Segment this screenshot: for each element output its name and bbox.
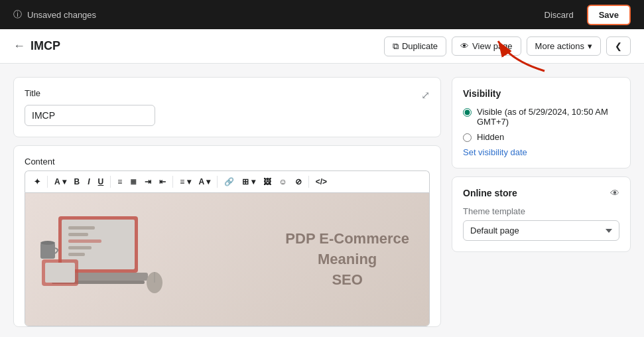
more-actions-label: More actions (535, 41, 584, 51)
svg-rect-6 (68, 246, 92, 249)
title-field-row: Title ⤢ (25, 88, 430, 102)
visibility-title: Visibility (463, 88, 619, 99)
online-store-title: Online store (463, 188, 517, 198)
back-button[interactable]: ← (13, 39, 25, 53)
hidden-option: Hidden (463, 132, 619, 142)
discard-button[interactable]: Discard (537, 6, 582, 24)
toolbar-underline-btn[interactable]: U (95, 175, 107, 188)
toolbar-align-btn[interactable]: ≡ ▾ (176, 175, 194, 188)
svg-rect-5 (68, 239, 101, 243)
chevron-down-icon: ▾ (588, 41, 592, 51)
toolbar-emoji-btn[interactable]: ☺ (276, 175, 290, 188)
second-bar-actions: ⧉ Duplicate 👁 View page More actions ▾ ❮ (384, 36, 631, 56)
left-panel: Title ⤢ Content ✦ A ▾ B I U ≡ ≣ (13, 77, 441, 324)
svg-rect-11 (45, 263, 75, 283)
right-panel: Visibility Visible (as of 5/29/2024, 10:… (452, 77, 631, 324)
set-visibility-date-link[interactable]: Set visibility date (463, 147, 619, 157)
svg-rect-3 (68, 226, 95, 230)
collapse-icon: ❮ (615, 41, 622, 51)
svg-rect-4 (68, 233, 88, 236)
duplicate-icon: ⧉ (393, 41, 399, 52)
toolbar-italic-btn[interactable]: I (84, 175, 93, 188)
view-page-label: View page (472, 41, 512, 51)
toolbar-ul-btn[interactable]: ≡ (114, 175, 125, 188)
toolbar-image-btn[interactable]: 🖼 (260, 175, 275, 188)
editor-toolbar: ✦ A ▾ B I U ≡ ≣ ⇥ ⇤ ≡ ▾ A ▾ 🔗 ⊞ ▾ (25, 170, 430, 192)
hidden-label: Hidden (477, 132, 504, 142)
page-title: IMCP (31, 39, 60, 53)
toolbar-sep-5 (308, 176, 309, 188)
visible-radio[interactable] (463, 108, 472, 117)
laptop-svg (38, 203, 184, 316)
visible-label: Visible (as of 5/29/2024, 10:50 AM GMT+7… (477, 107, 619, 127)
toolbar-indent-btn[interactable]: ⇥ (141, 175, 155, 188)
unsaved-label: Unsaved changes (27, 10, 96, 20)
hidden-radio[interactable] (463, 133, 472, 142)
preview-icon[interactable]: 👁 (610, 188, 619, 198)
toolbar-sep-3 (172, 176, 173, 188)
online-store-card: Online store 👁 Theme template Default pa… (452, 176, 631, 252)
content-card: Content ✦ A ▾ B I U ≡ ≣ ⇥ ⇤ ≡ ▾ A ▾ (13, 145, 441, 327)
toolbar-sep-4 (217, 176, 218, 188)
editor-image: PDP E-CommerceMeaningSEO (25, 193, 429, 326)
collapse-button[interactable]: ❮ (606, 36, 631, 56)
save-button[interactable]: Save (587, 5, 631, 25)
unsaved-changes-notice: ⓘ Unsaved changes (13, 9, 96, 21)
theme-template-label: Theme template (463, 206, 619, 216)
warning-icon: ⓘ (13, 9, 22, 21)
top-bar: ⓘ Unsaved changes Discard Save (0, 0, 644, 29)
title-label: Title (25, 88, 40, 98)
visibility-card: Visibility Visible (as of 5/29/2024, 10:… (452, 77, 631, 168)
toolbar-code-btn[interactable]: </> (312, 175, 330, 188)
toolbar-color-btn[interactable]: A ▾ (196, 175, 214, 188)
title-input[interactable] (25, 105, 155, 126)
svg-rect-7 (68, 253, 85, 256)
toolbar-special-btn[interactable]: ⊘ (292, 175, 305, 188)
view-page-icon: 👁 (460, 41, 469, 51)
online-store-header: Online store 👁 (463, 188, 619, 198)
duplicate-button[interactable]: ⧉ Duplicate (384, 36, 446, 56)
top-bar-actions: Discard Save (537, 5, 631, 25)
expand-icon[interactable]: ⤢ (421, 89, 430, 101)
toolbar-sep-2 (110, 176, 111, 188)
toolbar-link-btn[interactable]: 🔗 (221, 175, 237, 188)
toolbar-bold-btn[interactable]: B (71, 175, 84, 188)
image-overlay-text: PDP E-CommerceMeaningSEO (285, 229, 409, 290)
toolbar-font-btn[interactable]: A ▾ (51, 175, 70, 188)
toolbar-ol-btn[interactable]: ≣ (127, 175, 140, 188)
theme-template-select[interactable]: Default page Custom page Full width (463, 220, 619, 241)
toolbar-table-btn[interactable]: ⊞ ▾ (239, 175, 258, 188)
main-content: Title ⤢ Content ✦ A ▾ B I U ≡ ≣ (0, 64, 644, 337)
editor-body[interactable]: PDP E-CommerceMeaningSEO (25, 192, 430, 326)
svg-rect-14 (40, 243, 55, 259)
toolbar-outdent-btn[interactable]: ⇤ (156, 175, 169, 188)
page-title-area: ← IMCP (13, 39, 60, 53)
more-actions-button[interactable]: More actions ▾ (527, 36, 601, 56)
visible-option: Visible (as of 5/29/2024, 10:50 AM GMT+7… (463, 107, 619, 127)
toolbar-sep-1 (47, 176, 48, 188)
view-page-button[interactable]: 👁 View page (452, 36, 521, 56)
svg-point-15 (40, 241, 55, 245)
second-bar: ← IMCP ⧉ Duplicate 👁 View page More acti… (0, 29, 644, 64)
duplicate-label: Duplicate (402, 41, 438, 51)
toolbar-embed-btn[interactable]: ✦ (31, 175, 44, 188)
content-label: Content (25, 157, 430, 167)
title-card: Title ⤢ (13, 77, 441, 137)
